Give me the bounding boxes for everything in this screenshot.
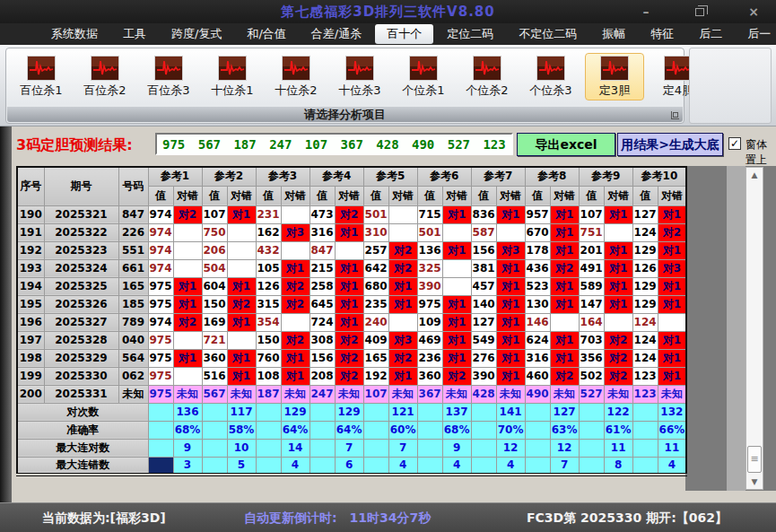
summary-value[interactable]: 11 bbox=[604, 439, 632, 457]
cell-ref-value[interactable]: 721 bbox=[202, 331, 227, 349]
cell-period[interactable]: 2025330 bbox=[44, 367, 118, 385]
cell-ref-value[interactable]: 164 bbox=[579, 313, 604, 331]
cell-ref-value[interactable]: 146 bbox=[525, 313, 550, 331]
summary-spacer-cell[interactable] bbox=[256, 403, 281, 421]
cell-ref-mark[interactable] bbox=[227, 331, 256, 349]
cell-ref-value[interactable]: 124 bbox=[632, 331, 658, 349]
menu-item-6[interactable]: 百十个 bbox=[375, 24, 433, 44]
cell-ref-value[interactable]: 567 bbox=[202, 385, 227, 403]
summary-value[interactable]: 9 bbox=[442, 439, 471, 457]
cell-ref-mark[interactable]: 对1 bbox=[388, 295, 417, 313]
toolbar-button-4[interactable]: 十位杀1 bbox=[203, 53, 262, 100]
summary-value[interactable]: 4 bbox=[388, 457, 417, 475]
cell-ref-value[interactable]: 316 bbox=[310, 223, 335, 241]
cell-number[interactable]: 185 bbox=[118, 295, 148, 313]
dialog-launcher-icon[interactable] bbox=[671, 111, 679, 119]
summary-spacer-cell[interactable] bbox=[417, 403, 442, 421]
cell-ref-value[interactable]: 356 bbox=[579, 349, 604, 367]
cell-ref-value[interactable]: 624 bbox=[525, 331, 550, 349]
cell-ref-mark[interactable]: 对1 bbox=[281, 349, 310, 367]
summary-value[interactable]: 136 bbox=[173, 403, 202, 421]
summary-spacer-cell[interactable] bbox=[310, 403, 335, 421]
summary-value[interactable]: 7 bbox=[388, 439, 417, 457]
cell-ref-mark[interactable]: 对2 bbox=[388, 259, 417, 277]
cell-ref-mark[interactable]: 对1 bbox=[496, 367, 525, 385]
summary-spacer-cell[interactable] bbox=[471, 421, 496, 439]
menu-item-10[interactable]: 特征 bbox=[639, 24, 685, 44]
cell-number[interactable]: 551 bbox=[118, 241, 148, 259]
cell-ref-mark[interactable]: 对2 bbox=[388, 241, 417, 259]
cell-ref-value[interactable]: 724 bbox=[310, 313, 335, 331]
cell-ref-mark[interactable]: 未知 bbox=[227, 385, 256, 403]
summary-value[interactable]: 64% bbox=[281, 421, 310, 439]
cell-ref-mark[interactable]: 未知 bbox=[442, 385, 471, 403]
cell-ref-mark[interactable]: 对2 bbox=[281, 331, 310, 349]
cell-ref-value[interactable]: 162 bbox=[256, 223, 281, 241]
cell-ref-value[interactable]: 192 bbox=[363, 367, 388, 385]
summary-spacer-cell[interactable] bbox=[417, 439, 442, 457]
summary-spacer-cell[interactable] bbox=[525, 439, 550, 457]
cell-period[interactable]: 2025324 bbox=[44, 259, 118, 277]
cell-ref-value[interactable]: 504 bbox=[202, 259, 227, 277]
cell-ref-mark[interactable] bbox=[173, 331, 202, 349]
summary-value[interactable]: 68% bbox=[442, 421, 471, 439]
cell-ref-value[interactable]: 974 bbox=[148, 223, 173, 241]
summary-value[interactable]: 63% bbox=[550, 421, 579, 439]
cell-ref-value[interactable]: 315 bbox=[256, 295, 281, 313]
summary-value[interactable]: 7 bbox=[335, 439, 363, 457]
cell-ref-mark[interactable]: 对1 bbox=[281, 259, 310, 277]
cell-ref-mark[interactable]: 对2 bbox=[335, 205, 363, 223]
scroll-up-arrow-icon[interactable]: ▲ bbox=[746, 168, 763, 182]
cell-ref-value[interactable]: 107 bbox=[202, 205, 227, 223]
cell-ref-mark[interactable]: 对1 bbox=[496, 295, 525, 313]
cell-ref-mark[interactable] bbox=[388, 223, 417, 241]
summary-value[interactable]: 5 bbox=[227, 457, 256, 475]
cell-number[interactable]: 661 bbox=[118, 259, 148, 277]
cell-period[interactable]: 2025329 bbox=[44, 349, 118, 367]
toolbar-button-3[interactable]: 百位杀3 bbox=[139, 53, 198, 100]
cell-ref-value[interactable]: 760 bbox=[256, 349, 281, 367]
summary-spacer-cell[interactable] bbox=[471, 457, 496, 475]
summary-spacer-cell[interactable] bbox=[417, 457, 442, 475]
cell-ref-mark[interactable]: 对1 bbox=[604, 241, 632, 259]
cell-ref-value[interactable]: 527 bbox=[579, 385, 604, 403]
cell-seq[interactable]: 197 bbox=[17, 331, 44, 349]
cell-ref-mark[interactable] bbox=[658, 313, 686, 331]
cell-ref-mark[interactable] bbox=[173, 223, 202, 241]
cell-ref-mark[interactable]: 对1 bbox=[442, 295, 471, 313]
cell-ref-mark[interactable]: 对1 bbox=[658, 349, 686, 367]
cell-number[interactable]: 789 bbox=[118, 313, 148, 331]
summary-value[interactable]: 129 bbox=[281, 403, 310, 421]
close-button[interactable]: × bbox=[740, 3, 767, 21]
cell-seq[interactable]: 195 bbox=[17, 295, 44, 313]
cell-seq[interactable]: 192 bbox=[17, 241, 44, 259]
cell-number[interactable]: 040 bbox=[118, 331, 148, 349]
cell-ref-mark[interactable]: 对1 bbox=[335, 277, 363, 295]
cell-ref-value[interactable]: 975 bbox=[148, 331, 173, 349]
summary-spacer-cell[interactable] bbox=[525, 421, 550, 439]
cell-ref-value[interactable]: 130 bbox=[525, 295, 550, 313]
cell-ref-mark[interactable]: 未知 bbox=[335, 385, 363, 403]
cell-ref-value[interactable]: 523 bbox=[525, 277, 550, 295]
cell-ref-value[interactable]: 360 bbox=[202, 349, 227, 367]
cell-ref-mark[interactable] bbox=[604, 313, 632, 331]
restore-button[interactable] bbox=[686, 3, 713, 21]
menu-item-5[interactable]: 合差/通杀 bbox=[300, 24, 373, 44]
menu-item-8[interactable]: 不定位二码 bbox=[507, 24, 589, 44]
cell-ref-mark[interactable] bbox=[550, 313, 579, 331]
cell-ref-mark[interactable]: 对2 bbox=[281, 295, 310, 313]
summary-value[interactable]: 10 bbox=[227, 439, 256, 457]
cell-ref-value[interactable]: 642 bbox=[363, 259, 388, 277]
summary-value[interactable]: 129 bbox=[335, 403, 363, 421]
cell-ref-value[interactable]: 169 bbox=[202, 313, 227, 331]
toolbar-button-7[interactable]: 个位杀1 bbox=[394, 53, 453, 100]
cell-ref-mark[interactable]: 对1 bbox=[604, 259, 632, 277]
cell-ref-mark[interactable]: 对1 bbox=[550, 223, 579, 241]
cell-ref-mark[interactable]: 对2 bbox=[550, 259, 579, 277]
cell-ref-value[interactable]: 126 bbox=[256, 277, 281, 295]
summary-value[interactable]: 4 bbox=[281, 457, 310, 475]
toolbar-button-9[interactable]: 个位杀3 bbox=[521, 53, 580, 100]
cell-ref-value[interactable]: 974 bbox=[148, 241, 173, 259]
cell-ref-value[interactable]: 502 bbox=[579, 367, 604, 385]
cell-ref-mark[interactable] bbox=[281, 241, 310, 259]
